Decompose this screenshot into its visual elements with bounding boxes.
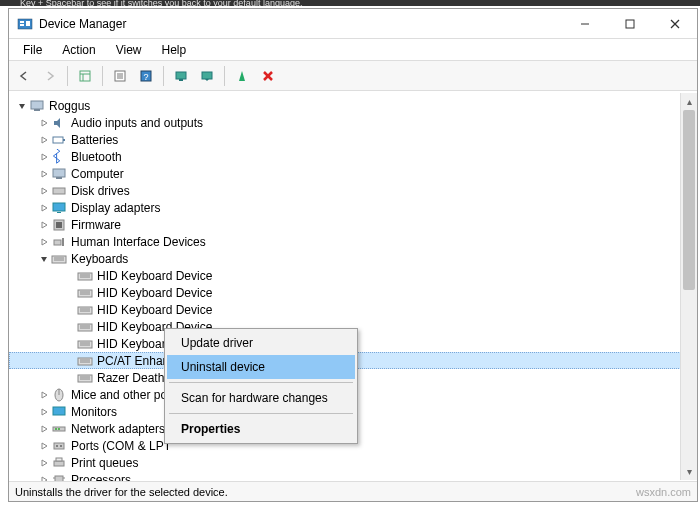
scroll-up-button[interactable]: ▴ (681, 93, 697, 110)
twisty-collapsed-icon[interactable] (37, 150, 51, 164)
tree-device-item[interactable]: HID Keyboard Device (9, 301, 697, 318)
svg-rect-33 (54, 240, 61, 245)
properties-button[interactable] (109, 65, 131, 87)
tree-category-computer[interactable]: Computer (9, 165, 697, 182)
menu-help[interactable]: Help (152, 41, 197, 59)
svg-rect-69 (56, 458, 62, 461)
tree-root[interactable]: Roggus (9, 97, 697, 114)
network-icon (51, 421, 67, 437)
context-menu: Update driverUninstall deviceScan for ha… (164, 328, 358, 444)
twisty-collapsed-icon[interactable] (37, 133, 51, 147)
svg-rect-17 (176, 72, 186, 79)
tree-category-firmware[interactable]: Firmware (9, 216, 697, 233)
twisty-collapsed-icon[interactable] (37, 388, 51, 402)
hid-icon (51, 234, 67, 250)
svg-rect-23 (34, 109, 40, 111)
menubar: File Action View Help (9, 39, 697, 61)
twisty-collapsed-icon[interactable] (37, 439, 51, 453)
battery-icon (51, 132, 67, 148)
tree-category-audio[interactable]: Audio inputs and outputs (9, 114, 697, 131)
tree-device-item[interactable]: HID Keyboard Device (9, 267, 697, 284)
keyboard-icon (77, 302, 93, 318)
minimize-button[interactable] (562, 9, 607, 38)
context-menu-item[interactable]: Uninstall device (167, 355, 355, 379)
twisty-collapsed-icon[interactable] (37, 218, 51, 232)
twisty-collapsed-icon[interactable] (37, 184, 51, 198)
ports-icon (51, 438, 67, 454)
twisty-collapsed-icon[interactable] (37, 456, 51, 470)
tree-category-battery[interactable]: Batteries (9, 131, 697, 148)
close-button[interactable] (652, 9, 697, 38)
update-driver-button[interactable] (196, 65, 218, 87)
tree-category-label: Monitors (71, 405, 117, 419)
display-icon (51, 200, 67, 216)
tree-category-label: Processors (71, 473, 131, 482)
tree-category-label: Human Interface Devices (71, 235, 206, 249)
twisty-expanded-icon[interactable] (37, 252, 51, 266)
context-menu-item[interactable]: Scan for hardware changes (167, 386, 355, 410)
tree-category-disk[interactable]: Disk drives (9, 182, 697, 199)
twisty-collapsed-icon[interactable] (37, 422, 51, 436)
tree-category-label: Batteries (71, 133, 118, 147)
show-hide-tree-button[interactable] (74, 65, 96, 87)
keyboard-icon (77, 336, 93, 352)
tree-category-keyboard[interactable]: Keyboards (9, 250, 697, 267)
context-menu-item[interactable]: Properties (167, 417, 355, 441)
print-icon (51, 455, 67, 471)
twisty-expanded-icon[interactable] (15, 99, 29, 113)
menu-action[interactable]: Action (52, 41, 105, 59)
uninstall-device-button[interactable] (257, 65, 279, 87)
svg-rect-19 (202, 72, 212, 79)
context-menu-separator (169, 413, 353, 414)
twisty-collapsed-icon[interactable] (37, 235, 51, 249)
twisty-collapsed-icon[interactable] (37, 473, 51, 482)
svg-rect-30 (57, 212, 61, 213)
cutoff-text-bar: Key + Spacebar to see if it switches you… (0, 0, 700, 6)
tree-category-label: Display adapters (71, 201, 160, 215)
disk-icon (51, 183, 67, 199)
scan-hardware-button[interactable] (170, 65, 192, 87)
context-menu-separator (169, 382, 353, 383)
tree-category-label: Disk drives (71, 184, 130, 198)
window-controls (562, 9, 697, 38)
twisty-collapsed-icon[interactable] (37, 116, 51, 130)
keyboard-icon (77, 285, 93, 301)
tree-category-cpu[interactable]: Processors (9, 471, 697, 481)
svg-point-67 (60, 445, 62, 447)
app-icon (17, 16, 33, 32)
twisty-collapsed-icon[interactable] (37, 167, 51, 181)
mouse-icon (51, 387, 67, 403)
tree-category-label: Computer (71, 167, 124, 181)
window-title: Device Manager (39, 17, 126, 31)
menu-file[interactable]: File (13, 41, 52, 59)
vertical-scrollbar[interactable]: ▴ ▾ (680, 93, 697, 480)
svg-rect-24 (53, 137, 63, 143)
help-button[interactable]: ? (135, 65, 157, 87)
keyboard-icon (77, 370, 93, 386)
svg-rect-68 (54, 461, 64, 466)
context-menu-item[interactable]: Update driver (167, 331, 355, 355)
tree-device-label: HID Keyboard Device (97, 269, 212, 283)
svg-point-63 (55, 428, 57, 430)
scroll-thumb[interactable] (683, 110, 695, 290)
tree-category-label: Keyboards (71, 252, 128, 266)
tree-category-bluetooth[interactable]: Bluetooth (9, 148, 697, 165)
enable-device-button[interactable] (231, 65, 253, 87)
svg-rect-28 (53, 188, 65, 194)
statusbar: Uninstalls the driver for the selected d… (9, 481, 697, 501)
menu-view[interactable]: View (106, 41, 152, 59)
keyboard-icon (77, 353, 93, 369)
maximize-button[interactable] (607, 9, 652, 38)
computer-icon (29, 98, 45, 114)
tree-category-display[interactable]: Display adapters (9, 199, 697, 216)
twisty-collapsed-icon[interactable] (37, 405, 51, 419)
twisty-collapsed-icon[interactable] (37, 201, 51, 215)
back-button[interactable] (13, 65, 35, 87)
svg-rect-34 (62, 238, 64, 246)
tree-category-print[interactable]: Print queues (9, 454, 697, 471)
scroll-down-button[interactable]: ▾ (681, 463, 697, 480)
svg-text:?: ? (143, 72, 148, 82)
forward-button[interactable] (39, 65, 61, 87)
tree-category-hid[interactable]: Human Interface Devices (9, 233, 697, 250)
tree-device-item[interactable]: HID Keyboard Device (9, 284, 697, 301)
